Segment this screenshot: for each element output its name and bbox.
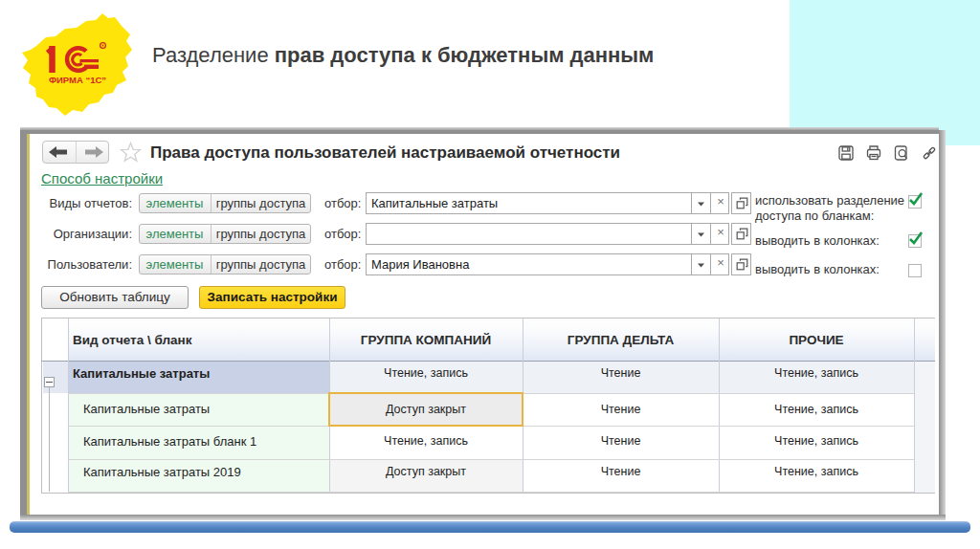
svg-text:ФИРМА “1С”: ФИРМА “1С” (49, 75, 106, 85)
